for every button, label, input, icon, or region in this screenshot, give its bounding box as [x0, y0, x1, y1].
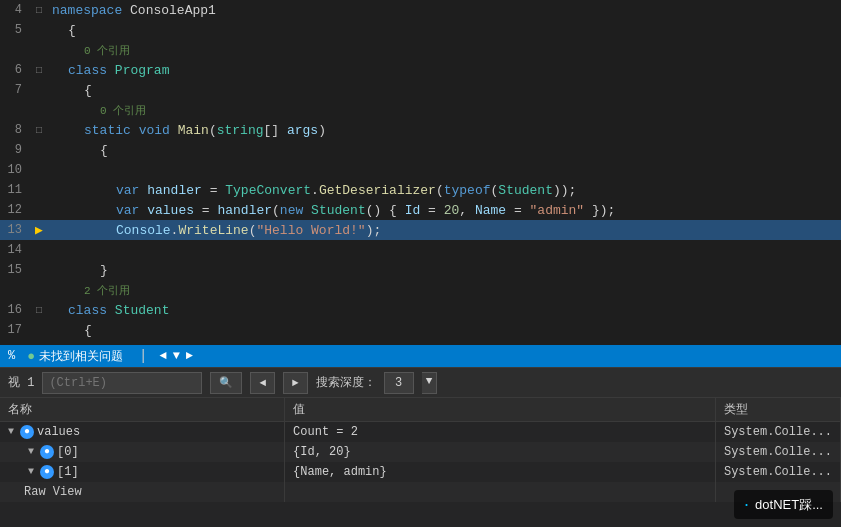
line-content-16: class Student	[48, 303, 841, 318]
line-num-12: 12	[0, 203, 30, 217]
line-num-4: 4	[0, 3, 30, 17]
line-num-5: 5	[0, 23, 30, 37]
line-16: 16 □ class Student	[0, 300, 841, 320]
line-num-11: 11	[0, 183, 30, 197]
row-name-1: ▼ ● [1]	[0, 462, 285, 482]
nav-right-icon[interactable]: ►	[186, 349, 193, 363]
line-ref-content-4: 1 个引用	[48, 343, 841, 346]
line-num-7: 7	[0, 83, 30, 97]
zoom-level: %	[8, 349, 15, 363]
expand-icon-values[interactable]: ▼	[8, 426, 20, 437]
line-num-13: 13	[0, 223, 30, 237]
row-value-values: Count = 2	[285, 422, 716, 442]
line-content-17: {	[48, 323, 841, 338]
line-content-7: {	[48, 83, 841, 98]
check-icon: ●	[27, 349, 35, 364]
line-ref-main: 0 个引用	[0, 100, 841, 120]
line-content-5: {	[48, 23, 841, 38]
line-num-10: 10	[0, 163, 30, 177]
line-12: 12 var values = handler(new Student() { …	[0, 200, 841, 220]
line-7: 7 {	[0, 80, 841, 100]
col-value: 值	[285, 398, 716, 422]
nav-arrows[interactable]: ◄ ▼ ►	[159, 349, 193, 363]
table-row[interactable]: ▼ ● [1] {Name, admin} System.Colle...	[0, 462, 841, 482]
line-num-9: 9	[0, 143, 30, 157]
line-ref-program: 0 个引用	[0, 40, 841, 60]
line-5: 5 {	[0, 20, 841, 40]
line-content-12: var values = handler(new Student() { Id …	[48, 203, 841, 218]
nav-left-icon[interactable]: ◄	[159, 349, 166, 363]
table-row[interactable]: ▼ ● values Count = 2 System.Colle...	[0, 422, 841, 442]
watch-nav-forward[interactable]: ►	[283, 372, 308, 394]
line-content-6: class Program	[48, 63, 841, 78]
line-ref-student: 2 个引用	[0, 280, 841, 300]
line-content-4: namespace ConsoleApp1	[48, 3, 841, 18]
watch-view-label: 视 1	[8, 374, 34, 391]
line-11: 11 var handler = TypeConvert.GetDeserial…	[0, 180, 841, 200]
line-14: 14	[0, 240, 841, 260]
watch-icon-1: ●	[40, 465, 54, 479]
row-value-0: {Id, 20}	[285, 442, 716, 462]
row-name-rawview: Raw View	[0, 482, 285, 502]
line-num-6: 6	[0, 63, 30, 77]
line-9: 9 {	[0, 140, 841, 160]
line-8: 8 □ static void Main(string[] args)	[0, 120, 841, 140]
row-value-1: {Name, admin}	[285, 462, 716, 482]
status-bar: % ● 未找到相关问题 | ◄ ▼ ►	[0, 345, 841, 367]
watch-icon-values: ●	[20, 425, 34, 439]
search-depth-input[interactable]	[384, 372, 414, 394]
line-13: 13 ▶ Console.WriteLine("Hello World!");	[0, 220, 841, 240]
collapse-icon-4[interactable]: □	[30, 5, 48, 16]
watch-nav-back[interactable]: ◄	[250, 372, 275, 394]
line-content-11: var handler = TypeConvert.GetDeserialize…	[48, 183, 841, 198]
wm-text: dotNET踩...	[755, 496, 823, 514]
row-type-0: System.Colle...	[715, 442, 840, 462]
line-ref-content-3: 2 个引用	[48, 283, 841, 298]
row-type-1: System.Colle...	[715, 462, 840, 482]
collapse-icon-6[interactable]: □	[30, 65, 48, 76]
expand-icon-1[interactable]: ▼	[28, 466, 40, 477]
depth-dropdown[interactable]: ▼	[422, 372, 438, 394]
line-17: 17 {	[0, 320, 841, 340]
collapse-icon-8[interactable]: □	[30, 125, 48, 136]
table-header-row: 名称 值 类型	[0, 398, 841, 422]
line-content-9: {	[48, 143, 841, 158]
watch-toolbar: 视 1 🔍 ◄ ► 搜索深度： ▼	[0, 368, 841, 398]
line-ref-id: 1 个引用	[0, 340, 841, 345]
row-name-0: ▼ ● [0]	[0, 442, 285, 462]
table-row[interactable]: ▼ ● [0] {Id, 20} System.Colle...	[0, 442, 841, 462]
line-10: 10	[0, 160, 841, 180]
col-type: 类型	[715, 398, 840, 422]
watch-table: 名称 值 类型 ▼ ● values Count = 2 System.Coll…	[0, 398, 841, 502]
line-num-8: 8	[0, 123, 30, 137]
watch-icon-0: ●	[40, 445, 54, 459]
line-content-13: Console.WriteLine("Hello World!");	[48, 223, 841, 238]
search-depth-label: 搜索深度：	[316, 374, 376, 391]
watermark: · dotNET踩...	[734, 490, 833, 519]
watch-search-input[interactable]	[42, 372, 202, 394]
line-num-16: 16	[0, 303, 30, 317]
line-content-8: static void Main(string[] args)	[48, 123, 841, 138]
code-lines: 4 □ namespace ConsoleApp1 5 { 0 个引用 6 □	[0, 0, 841, 345]
row-name-values: ▼ ● values	[0, 422, 285, 442]
watch-search-button[interactable]: 🔍	[210, 372, 242, 394]
watch-panel: 视 1 🔍 ◄ ► 搜索深度： ▼ 名称 值 类型 ▼ ●	[0, 367, 841, 527]
line-num-15: 15	[0, 263, 30, 277]
line-15: 15 }	[0, 260, 841, 280]
row-type-values: System.Colle...	[715, 422, 840, 442]
col-name: 名称	[0, 398, 285, 422]
line-6: 6 □ class Program	[0, 60, 841, 80]
no-issues-text: 未找到相关问题	[39, 348, 123, 365]
expand-icon-0[interactable]: ▼	[28, 446, 40, 457]
code-editor[interactable]: 4 □ namespace ConsoleApp1 5 { 0 个引用 6 □	[0, 0, 841, 345]
wm-dot-icon: ·	[744, 494, 749, 515]
breakpoint-arrow-13: ▶	[30, 222, 48, 238]
collapse-icon-16[interactable]: □	[30, 305, 48, 316]
line-ref-content-2: 0 个引用	[48, 103, 841, 118]
line-num-17: 17	[0, 323, 30, 337]
table-row[interactable]: Raw View	[0, 482, 841, 502]
line-ref-content-1: 0 个引用	[48, 43, 841, 58]
filter-icon[interactable]: ▼	[173, 349, 180, 363]
line-content-15: }	[48, 263, 841, 278]
row-value-rawview	[285, 482, 716, 502]
